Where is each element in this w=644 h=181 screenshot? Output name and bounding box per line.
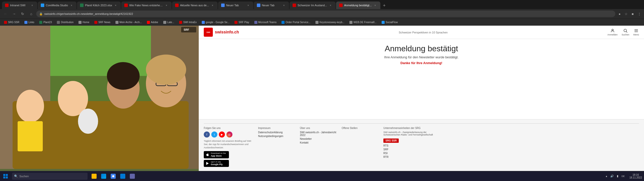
svg-point-14 bbox=[146, 55, 186, 85]
nav-menu[interactable]: Menü bbox=[633, 28, 639, 36]
windows-icon bbox=[3, 174, 8, 179]
google-play-badge[interactable]: GET IT ON Google Ply bbox=[204, 160, 229, 167]
taskbar-search[interactable]: 🔍 Suchen bbox=[12, 173, 88, 180]
star-icon[interactable]: ☆ bbox=[623, 11, 629, 17]
reload-button[interactable]: ↻ bbox=[19, 10, 26, 17]
nav-search[interactable]: Suchen bbox=[622, 28, 629, 36]
swissinfo-brand-wrapper: swissinfo.ch bbox=[215, 30, 239, 34]
youtube-icon[interactable]: ▶ bbox=[219, 131, 225, 138]
nav-login[interactable]: Anmelden bbox=[607, 28, 618, 36]
footer-datenschutz[interactable]: Datenschutzerklärung bbox=[258, 131, 296, 134]
bookmark-keystone[interactable]: Keystoneswwy-keyb... bbox=[313, 20, 346, 25]
bookmark-adobe[interactable]: Adobe bbox=[145, 20, 160, 25]
svg-point-16 bbox=[78, 109, 98, 134]
home-button[interactable]: ⌂ bbox=[28, 10, 35, 17]
profile-icon[interactable]: ● bbox=[617, 11, 622, 17]
apple-icon bbox=[206, 153, 209, 156]
bookmark-plant23[interactable]: Plant23 bbox=[37, 20, 54, 25]
extensions-icon[interactable]: ■ bbox=[630, 11, 635, 17]
new-tab-button[interactable]: + bbox=[381, 2, 388, 9]
tab-label: Intranet SWI bbox=[10, 4, 29, 7]
tab-favicon bbox=[293, 4, 296, 7]
bookmark-icon bbox=[315, 21, 318, 24]
taskbar-item-explorer[interactable] bbox=[90, 172, 99, 181]
taskbar-item-chrome[interactable] bbox=[109, 172, 118, 181]
facebook-icon[interactable]: f bbox=[204, 131, 210, 138]
footer-jahresbericht[interactable]: SWI swissinfo.ch - Jahresbericht 2022 bbox=[300, 131, 338, 137]
tab-fakenews[interactable]: Wie Fake News entstehen... × bbox=[121, 2, 172, 9]
back-button[interactable]: ← bbox=[2, 10, 9, 17]
footer-rtr[interactable]: RTR bbox=[383, 156, 434, 158]
tab-close-btn[interactable]: × bbox=[30, 3, 34, 7]
start-button[interactable] bbox=[0, 171, 11, 181]
tab-label: Neuer Tab bbox=[226, 4, 245, 7]
bookmark-icon bbox=[382, 21, 385, 24]
tab-close-btn[interactable]: × bbox=[373, 3, 377, 7]
tab-close-btn[interactable]: × bbox=[282, 3, 286, 7]
search-icon bbox=[623, 28, 628, 33]
footer-kontakt[interactable]: Kontakt bbox=[300, 141, 338, 144]
tray-language[interactable]: DE bbox=[621, 174, 625, 178]
tab-close-btn[interactable]: × bbox=[69, 3, 73, 7]
tray-battery-icon[interactable]: ▮ bbox=[615, 174, 620, 178]
tab-coremedia[interactable]: CoreMedia Studio × bbox=[38, 2, 76, 9]
more-icon[interactable]: ⋮ bbox=[636, 11, 642, 17]
address-bar[interactable]: 🔒 swissinfo.ch/ger/swissinfo-ch-newslett… bbox=[36, 11, 615, 17]
footer-rts[interactable]: RTS bbox=[383, 144, 434, 147]
tab-close-btn[interactable]: × bbox=[246, 3, 250, 7]
tab-close-btn[interactable]: × bbox=[329, 3, 333, 7]
nav-menu-label: Menü bbox=[633, 33, 639, 36]
bookmark-teams[interactable]: Microsoft Teams bbox=[252, 20, 279, 25]
bookmarks-bar: SRG SSR Links Plant23 Distribution Home … bbox=[0, 19, 644, 26]
bookmark-late[interactable]: Late... bbox=[161, 20, 176, 25]
tray-network-icon[interactable]: ▴ bbox=[604, 174, 609, 178]
bookmark-srf-news[interactable]: SRF News bbox=[92, 20, 112, 25]
tab-close-btn[interactable]: × bbox=[165, 3, 169, 7]
app-store-badge[interactable]: Download on the App Store bbox=[204, 151, 229, 158]
forward-button[interactable]: → bbox=[11, 10, 18, 17]
instagram-icon[interactable]: ◎ bbox=[226, 131, 232, 138]
bookmark-archiv[interactable]: Mein Archiv - Arch... bbox=[113, 20, 144, 25]
bookmark-swi-intraex[interactable]: SWI IntraEx bbox=[177, 20, 198, 25]
tray-volume-icon[interactable]: 🔊 bbox=[610, 174, 614, 178]
bookmark-distribution[interactable]: Distribution bbox=[55, 20, 75, 25]
swissinfo-tagline: Schweizer Perspektiven in 10 Sprachen bbox=[399, 31, 448, 34]
footer-col3-title: Über uns bbox=[300, 127, 338, 129]
footer-col5-content: SWI swissinfo.ch - Zweigniederlassung de… bbox=[383, 131, 434, 136]
bookmark-links[interactable]: Links bbox=[22, 20, 36, 25]
taskbar-clock[interactable]: 18:16 18.11.2022 bbox=[627, 173, 644, 179]
taskbar-item-teams[interactable] bbox=[128, 172, 137, 181]
footer-newsletter[interactable]: Newsletter bbox=[300, 138, 338, 140]
nav-actions: ● ☆ ■ ⋮ bbox=[617, 11, 642, 17]
tab-neuer1[interactable]: Neuer Tab × bbox=[218, 2, 253, 9]
bookmark-google[interactable]: google - Google Se... bbox=[200, 20, 232, 25]
bookmark-icon bbox=[94, 21, 97, 24]
twitter-icon[interactable]: t bbox=[211, 131, 217, 138]
nav-login-label: Anmelden bbox=[607, 33, 618, 36]
bookmark-srf-play[interactable]: SRF Play bbox=[232, 20, 251, 25]
taskbar-item-edge[interactable] bbox=[99, 172, 108, 181]
footer-nutzung[interactable]: Nutzungsbedingungen bbox=[258, 135, 296, 138]
tab-label: Wie Fake News entstehen... bbox=[129, 4, 163, 7]
svg-line-23 bbox=[626, 31, 627, 32]
srg-ssr-badge[interactable]: SRG SSR bbox=[383, 139, 399, 143]
bookmark-icon bbox=[202, 21, 205, 24]
taskbar-item-outlook[interactable] bbox=[118, 172, 127, 181]
bookmark-home[interactable]: Home bbox=[76, 20, 91, 25]
tab-close-btn[interactable]: × bbox=[211, 3, 215, 7]
tab-close-btn[interactable]: × bbox=[114, 3, 118, 7]
bookmark-order-portal[interactable]: Order Portal Service... bbox=[279, 20, 312, 25]
tab-aktuelle[interactable]: Aktuelle News aus de... × bbox=[172, 2, 218, 9]
tab-planit[interactable]: Planit Kittch 2023.xlsx × bbox=[77, 2, 121, 9]
bookmark-label: Keystoneswwy-keyb... bbox=[319, 21, 344, 24]
tab-schweizer[interactable]: Schweizer Im Ausland... × bbox=[290, 2, 336, 9]
tab-intranet-swi[interactable]: Intranet SWI × bbox=[2, 2, 37, 9]
tab-neuer2[interactable]: Neuer Tab × bbox=[254, 2, 289, 9]
footer-rsi[interactable]: RSI bbox=[383, 152, 434, 155]
bookmark-srg-ssr[interactable]: SRG SSR bbox=[2, 20, 21, 25]
bookmark-webde[interactable]: WEB.DE Freemaill... bbox=[347, 20, 379, 25]
tab-anmeldung[interactable]: Anmeldung bestätigt... × bbox=[336, 2, 380, 9]
footer-col-impressum: Impressum Datenschutzerklärung Nutzungsb… bbox=[258, 127, 296, 167]
bookmark-socialflow[interactable]: SocialFlow bbox=[380, 20, 400, 25]
footer-srf[interactable]: SRF bbox=[383, 148, 434, 151]
